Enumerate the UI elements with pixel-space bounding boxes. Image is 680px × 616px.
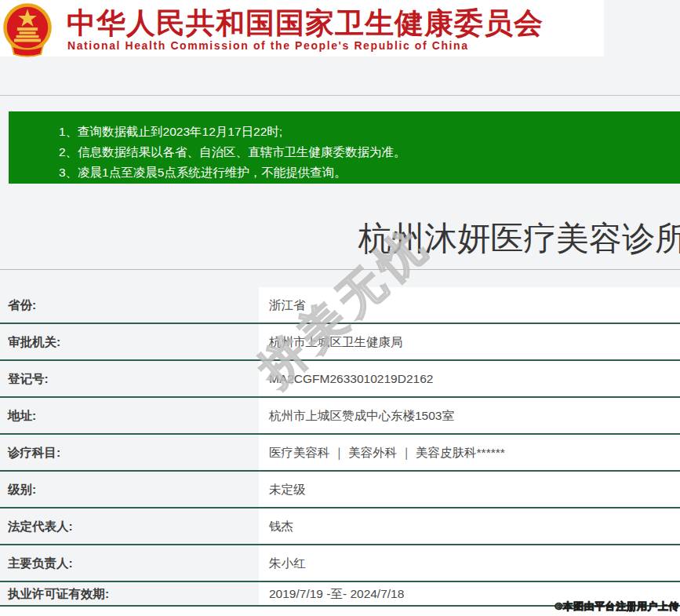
field-value: 钱杰	[269, 518, 293, 534]
field-label: 级别:	[8, 481, 36, 498]
field-label: 登记号:	[8, 370, 49, 387]
field-label: 审批机关:	[8, 334, 60, 350]
table-row: 法定代表人: 钱杰	[0, 508, 680, 545]
result-table: 省份: 浙江省 审批机关: 杭州市上城区卫生健康局 登记号: MA2CGFM26…	[0, 287, 680, 607]
notice-line: 3、凌晨1点至凌晨5点系统进行维护，不能提供查询。	[59, 162, 672, 183]
header-divider	[0, 95, 680, 96]
field-label: 执业许可证有效期:	[8, 585, 109, 602]
field-value: 杭州市上城区卫生健康局	[269, 334, 403, 350]
copyright-stamp: ©本图由平台注册用户上传	[555, 600, 679, 614]
field-value: 医疗美容科 ｜ 美容外科 ｜ 美容皮肤科******	[269, 444, 505, 461]
institution-name-title: 杭州沐妍医疗美容诊所	[358, 217, 680, 261]
field-label: 地址:	[8, 407, 36, 424]
table-row: 主要负责人: 朱小红	[0, 545, 680, 582]
field-label: 诊疗科目:	[8, 444, 60, 461]
field-value: 朱小红	[269, 555, 306, 571]
field-value: MA2CGFM2633010219D2162	[269, 372, 433, 386]
table-row: 登记号: MA2CGFM2633010219D2162	[0, 361, 680, 398]
field-label: 省份:	[8, 297, 36, 313]
field-value: 浙江省	[269, 297, 306, 313]
header-title-cn: 中华人民共和国国家卫生健康委员会	[67, 4, 600, 43]
field-label: 法定代表人:	[8, 518, 73, 534]
field-value: 未定级	[269, 481, 306, 498]
field-label: 主要负责人:	[8, 555, 73, 571]
notice-line: 1、查询数据截止到2023年12月17日22时;	[59, 122, 672, 142]
table-row: 审批机关: 杭州市上城区卫生健康局	[0, 324, 680, 361]
site-header: 中华人民共和国国家卫生健康委员会 National Health Commiss…	[0, 0, 604, 56]
page-root: 中华人民共和国国家卫生健康委员会 National Health Commiss…	[0, 0, 680, 616]
table-row: 地址: 杭州市上城区赞成中心东楼1503室	[0, 398, 680, 435]
national-emblem-icon	[2, 1, 53, 60]
section-divider	[0, 269, 680, 270]
table-row: 省份: 浙江省	[0, 287, 680, 324]
table-row: 级别: 未定级	[0, 472, 680, 508]
notice-banner: 1、查询数据截止到2023年12月17日22时; 2、信息数据结果以各省、自治区…	[9, 111, 680, 184]
header-title-en: National Health Commission of the People…	[67, 39, 601, 52]
field-value: 2019/7/19 -至- 2024/7/18	[269, 585, 404, 602]
notice-line: 2、信息数据结果以各省、自治区、直辖市卫生健康委数据为准。	[59, 142, 672, 162]
field-value: 杭州市上城区赞成中心东楼1503室	[269, 407, 454, 424]
table-row: 诊疗科目: 医疗美容科 ｜ 美容外科 ｜ 美容皮肤科******	[0, 435, 680, 472]
